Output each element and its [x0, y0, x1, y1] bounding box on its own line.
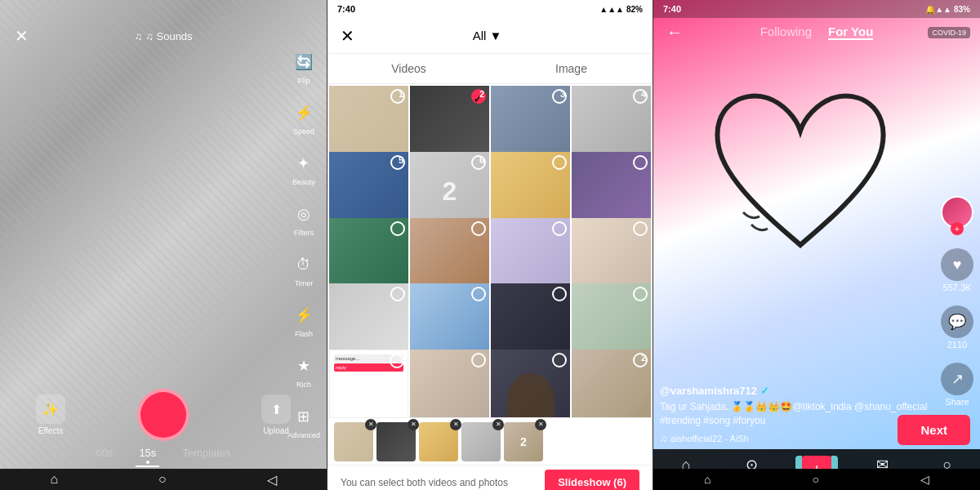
select-check-12[interactable] [633, 221, 648, 236]
tiktok-panel: 7:40 🔔▲▲ 83% ← Following For You COVID-1… [653, 0, 980, 490]
next-button[interactable]: Next [898, 415, 970, 445]
speed-control[interactable]: ⚡ Speed [287, 100, 320, 136]
tab-15s[interactable]: 15s [136, 445, 159, 467]
effects-button[interactable]: ✨ Effects [36, 394, 65, 435]
avatar-container: + [941, 196, 973, 235]
beauty-control[interactable]: ✦ Beauty [287, 150, 320, 186]
gallery-close-button[interactable]: ✕ [341, 26, 354, 46]
select-check-8[interactable] [633, 155, 648, 170]
strip-item-4[interactable]: ✕ [461, 422, 501, 461]
flip-control[interactable]: 🔄 Flip [287, 49, 320, 85]
camera-panel: 7:40 🔔 ▲▲▲ 82% ✕ ♫ ♫ Sounds 🔄 Flip ⚡ Spe… [0, 0, 327, 490]
rich-icon: ★ [291, 353, 317, 379]
share-icon: ↗ [941, 363, 973, 395]
filters-control[interactable]: ◎ Filters [287, 201, 320, 237]
grid-item-18[interactable] [410, 350, 489, 417]
comment-count: 2110 [947, 340, 967, 350]
filters-label: Filters [294, 229, 314, 237]
cell-number-1: 1 [399, 89, 403, 99]
back-nav-btn[interactable]: ○ [158, 472, 167, 487]
tab-following[interactable]: Following [760, 24, 812, 40]
strip-close-5[interactable]: ✕ [535, 419, 546, 430]
grid-item-19[interactable] [491, 350, 570, 417]
right-sidebar: + ♥ 557.3K 💬 2110 ↗ Share [941, 196, 973, 407]
select-check-18[interactable] [471, 353, 486, 368]
covid-badge[interactable]: COVID-19 [928, 27, 970, 38]
next-bar: Next [653, 410, 980, 449]
tiktok-time: 7:40 [663, 4, 681, 14]
select-check-9[interactable] [390, 221, 405, 236]
camera-tabs: 60s 15s Templates [0, 445, 327, 467]
rich-label: Rich [296, 381, 311, 389]
nav-bar-camera: ⌂ ○ ◁ [0, 469, 327, 490]
tiktok-header: ← Following For You COVID-19 [653, 18, 980, 47]
back-button[interactable]: ← [666, 23, 683, 42]
tab-image[interactable]: Image [490, 54, 653, 83]
speed-label: Speed [293, 127, 314, 136]
recent-nav-btn[interactable]: ◁ [267, 472, 277, 488]
timer-label: Timer [295, 279, 314, 287]
strip-item-5[interactable]: ✕ 2 [504, 422, 543, 461]
close-button[interactable]: ✕ [10, 24, 33, 47]
gallery-filter-label: All [473, 29, 487, 42]
slideshow-button[interactable]: Slideshow (6) [545, 470, 639, 490]
rich-control[interactable]: ★ Rich [287, 353, 320, 389]
tab-for-you[interactable]: For You [828, 24, 873, 40]
select-check-19[interactable] [552, 353, 567, 368]
camera-controls: 🔄 Flip ⚡ Speed ✦ Beauty ◎ Filters ⏱ Time… [287, 49, 320, 439]
gallery-filter-dropdown[interactable]: All ▼ [473, 29, 502, 42]
flash-label: Flash [295, 330, 313, 338]
grid-item-20[interactable]: 2 [572, 350, 651, 417]
select-check-16[interactable] [633, 287, 648, 301]
flash-control[interactable]: ⚡ Flash [287, 302, 320, 338]
select-check-14[interactable] [471, 287, 486, 301]
timer-icon: ⏱ [291, 252, 317, 278]
strip-item-3[interactable]: ✕ [419, 422, 458, 461]
strip-item-1[interactable]: ✕ [334, 422, 373, 461]
tab-60s[interactable]: 60s [92, 445, 116, 467]
strip-close-3[interactable]: ✕ [450, 419, 461, 430]
username-display[interactable]: @varshamishra712 ✓ [660, 385, 934, 397]
cell-number-20: 2 [641, 353, 646, 363]
strip-close-2[interactable]: ✕ [408, 419, 419, 430]
strip-item-2[interactable]: ✕ [376, 422, 416, 461]
tab-videos[interactable]: Videos [327, 54, 490, 83]
android-recent-btn[interactable]: ◁ [920, 473, 929, 486]
follow-plus-icon[interactable]: + [951, 222, 964, 235]
strip-close-4[interactable]: ✕ [492, 419, 504, 430]
effects-label: Effects [38, 426, 63, 435]
gallery-signal-icon: ▲▲▲ [599, 5, 624, 14]
select-check-7[interactable] [552, 155, 567, 170]
like-count: 557.3K [943, 283, 972, 292]
cell-number-6: 6 [479, 155, 484, 165]
select-check-11[interactable] [552, 221, 567, 236]
upload-icon: ⬆ [261, 394, 291, 424]
strip-number: 2 [520, 435, 527, 448]
camera-bottom: ✨ Effects ⬆ Upload [0, 389, 327, 441]
upload-button[interactable]: ⬆ Upload [261, 394, 291, 435]
grid-item-17[interactable]: message... reply ▶ [329, 350, 408, 417]
select-check-15[interactable] [552, 287, 567, 301]
tab-templates[interactable]: Templates [179, 445, 234, 467]
username-text: @varshamishra712 [660, 385, 757, 397]
select-check-13[interactable] [390, 287, 405, 301]
heart-icon: ♥ [941, 248, 973, 281]
filters-icon: ◎ [291, 201, 317, 227]
gallery-battery: 82% [626, 5, 643, 14]
android-back-btn[interactable]: ○ [812, 473, 818, 486]
gallery-status-icons: ▲▲▲ 82% [599, 5, 643, 14]
comment-action[interactable]: 💬 2110 [941, 305, 973, 350]
select-check-10[interactable] [471, 221, 486, 236]
like-action[interactable]: ♥ 557.3K [941, 248, 973, 292]
sounds-button[interactable]: ♫ ♫ Sounds [134, 30, 192, 42]
status-bar-gallery: 7:40 ▲▲▲ 82% [327, 0, 653, 18]
record-button[interactable] [137, 389, 189, 441]
android-home-btn[interactable]: ⌂ [704, 473, 710, 486]
cell-number-4: 4 [641, 89, 646, 99]
tiktok-signal-icon: 🔔▲▲ [925, 5, 951, 14]
strip-close-1[interactable]: ✕ [365, 419, 376, 430]
cell-number-3: 3 [560, 89, 565, 99]
share-action[interactable]: ↗ Share [941, 363, 973, 407]
home-nav-btn[interactable]: ⌂ [50, 472, 58, 487]
timer-control[interactable]: ⏱ Timer [287, 252, 320, 287]
